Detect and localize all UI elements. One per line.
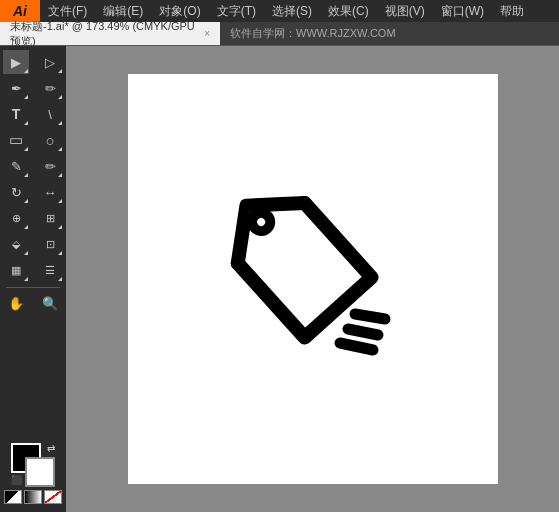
svg-line-3 (348, 329, 378, 335)
artwork (213, 179, 413, 379)
tool-row-9: ▦ ☰ (3, 258, 63, 282)
active-tab-label: 未标题-1.ai* @ 173.49% (CMYK/GPU 预览) (10, 19, 199, 49)
bar-graph-tool[interactable]: ☰ (37, 258, 63, 282)
pen-tool[interactable]: ✒ (3, 76, 29, 100)
selection-tool[interactable]: ▶ (3, 50, 29, 74)
tool-row-4: ▭ ○ (3, 128, 63, 152)
tool-row-10: ✋ 🔍 (3, 291, 63, 315)
type-tool[interactable]: T (3, 102, 29, 126)
secondary-tab-label: 软件自学网：WWW.RJZXW.COM (230, 26, 396, 41)
blend-tool[interactable]: ⬙ (3, 232, 29, 256)
none-mode-button[interactable] (44, 490, 62, 504)
color-mode-row (4, 490, 62, 504)
ellipse-tool[interactable]: ○ (37, 128, 63, 152)
tool-row-8: ⬙ ⊡ (3, 232, 63, 256)
rotate-tool[interactable]: ↻ (3, 180, 29, 204)
background-swatch[interactable] (25, 457, 55, 487)
menu-window[interactable]: 窗口(W) (433, 0, 492, 22)
color-swatches: ⇄ ⬛ (4, 443, 62, 512)
add-anchor-tool[interactable]: ✏ (37, 76, 63, 100)
column-graph-tool[interactable]: ▦ (3, 258, 29, 282)
tab-close-button[interactable]: × (204, 28, 210, 39)
tool-row-5: ✎ ✏ (3, 154, 63, 178)
color-mode-button[interactable] (4, 490, 22, 504)
menu-help[interactable]: 帮助 (492, 0, 532, 22)
menu-view[interactable]: 视图(V) (377, 0, 433, 22)
toolbar-divider (6, 287, 60, 288)
svg-line-2 (355, 314, 385, 319)
main-layout: ▶ ▷ ✒ ✏ T \ ▭ ○ ✎ ✏ ↻ ↔ ⊕ ⊞ ⬙ ⊡ (0, 46, 559, 512)
scale-tool[interactable]: ⊕ (3, 206, 29, 230)
reset-colors-icon[interactable]: ⬛ (11, 475, 22, 485)
tool-row-3: T \ (3, 102, 63, 126)
artboard (128, 74, 498, 484)
symbol-tool[interactable]: ⊡ (37, 232, 63, 256)
paintbrush-tool[interactable]: ✎ (3, 154, 29, 178)
zoom-tool[interactable]: 🔍 (37, 291, 63, 315)
svg-line-4 (340, 343, 373, 350)
tool-row-2: ✒ ✏ (3, 76, 63, 100)
tool-row-6: ↻ ↔ (3, 180, 63, 204)
direct-selection-tool[interactable]: ▷ (37, 50, 63, 74)
rectangle-tool[interactable]: ▭ (3, 128, 29, 152)
gradient-mode-button[interactable] (24, 490, 42, 504)
menu-effect[interactable]: 效果(C) (320, 0, 377, 22)
line-tool[interactable]: \ (37, 102, 63, 126)
canvas-area[interactable] (66, 46, 559, 512)
toolbar: ▶ ▷ ✒ ✏ T \ ▭ ○ ✎ ✏ ↻ ↔ ⊕ ⊞ ⬙ ⊡ (0, 46, 66, 512)
menu-select[interactable]: 选择(S) (264, 0, 320, 22)
pencil-tool[interactable]: ✏ (37, 154, 63, 178)
active-tab[interactable]: 未标题-1.ai* @ 173.49% (CMYK/GPU 预览) × (0, 22, 220, 45)
secondary-tab: 软件自学网：WWW.RJZXW.COM (220, 22, 559, 45)
warp-tool[interactable]: ⊞ (37, 206, 63, 230)
swap-colors-icon[interactable]: ⇄ (47, 443, 55, 454)
hand-tool[interactable]: ✋ (3, 291, 29, 315)
tab-bar: 未标题-1.ai* @ 173.49% (CMYK/GPU 预览) × 软件自学… (0, 22, 559, 46)
menu-text[interactable]: 文字(T) (209, 0, 264, 22)
swatch-area: ⇄ ⬛ (11, 443, 55, 487)
tool-row-1: ▶ ▷ (3, 50, 63, 74)
reflect-tool[interactable]: ↔ (37, 180, 63, 204)
tool-row-7: ⊕ ⊞ (3, 206, 63, 230)
